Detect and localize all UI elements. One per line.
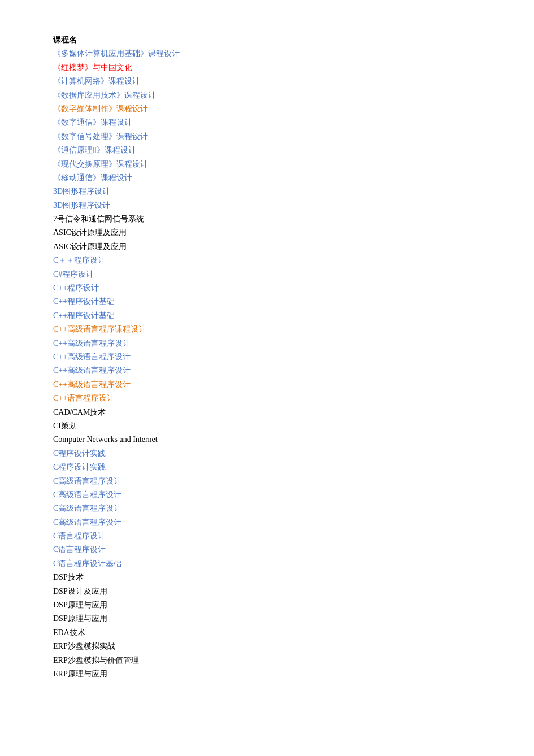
list-item: C高级语言程序设计	[53, 502, 481, 515]
list-item: 《计算机网络》课程设计	[53, 75, 481, 88]
list-item: C++高级语言程序设计	[53, 337, 481, 350]
list-item: 《数字信号处理》课程设计	[53, 131, 481, 143]
list-item: C++语言程序设计	[53, 392, 481, 405]
list-item: Computer Networks and Internet	[53, 433, 481, 446]
list-item: C++程序设计基础	[53, 296, 481, 308]
list-item: ERP沙盘模拟实战	[53, 640, 481, 653]
list-item: C++高级语言程序课程设计	[53, 323, 481, 336]
list-item: 《现代交换原理》课程设计	[53, 158, 481, 171]
list-item: CAD/CAM技术	[53, 406, 481, 419]
list-item: C高级语言程序设计	[53, 489, 481, 501]
list-item: 《通信原理Ⅱ》课程设计	[53, 144, 481, 157]
list-item: C语言程序设计基础	[53, 558, 481, 570]
list-item: 《数据库应用技术》课程设计	[53, 89, 481, 102]
list-item: C++高级语言程序设计	[53, 351, 481, 363]
list-item: C语言程序设计	[53, 530, 481, 542]
list-item: C++程序设计基础	[53, 310, 481, 322]
list-item: 《数字媒体制作》课程设计	[53, 103, 481, 115]
list-item: 《红楼梦》与中国文化	[53, 62, 481, 74]
list-item: C＋＋程序设计	[53, 254, 481, 267]
list-item: DSP原理与应用	[53, 599, 481, 611]
list-item: C语言程序设计	[53, 544, 481, 556]
list-item: 《数字通信》课程设计	[53, 116, 481, 129]
course-list: 课程名《多媒体计算机应用基础》课程设计《红楼梦》与中国文化《计算机网络》课程设计…	[53, 34, 481, 680]
list-item: DSP原理与应用	[53, 612, 481, 625]
list-item: 《多媒体计算机应用基础》课程设计	[53, 47, 481, 60]
course-header: 课程名	[53, 34, 481, 46]
list-item: C++高级语言程序设计	[53, 364, 481, 377]
list-item: 3D图形程序设计	[53, 199, 481, 212]
list-item: 3D图形程序设计	[53, 185, 481, 198]
list-item: DSP设计及应用	[53, 585, 481, 598]
list-item: ERP沙盘模拟与价值管理	[53, 654, 481, 667]
list-item: C++高级语言程序设计	[53, 379, 481, 391]
list-item: 《移动通信》课程设计	[53, 172, 481, 184]
list-item: C程序设计实践	[53, 461, 481, 473]
list-item: C高级语言程序设计	[53, 516, 481, 529]
list-item: C++程序设计	[53, 282, 481, 294]
list-item: C#程序设计	[53, 268, 481, 281]
list-item: 7号信令和通信网信号系统	[53, 213, 481, 225]
list-item: C程序设计实践	[53, 447, 481, 460]
list-item: CI策划	[53, 420, 481, 432]
list-item: ERP原理与应用	[53, 668, 481, 680]
list-item: ASIC设计原理及应用	[53, 227, 481, 239]
list-item: EDA技术	[53, 627, 481, 639]
list-item: ASIC设计原理及应用	[53, 241, 481, 253]
list-item: C高级语言程序设计	[53, 475, 481, 488]
list-item: DSP技术	[53, 571, 481, 584]
